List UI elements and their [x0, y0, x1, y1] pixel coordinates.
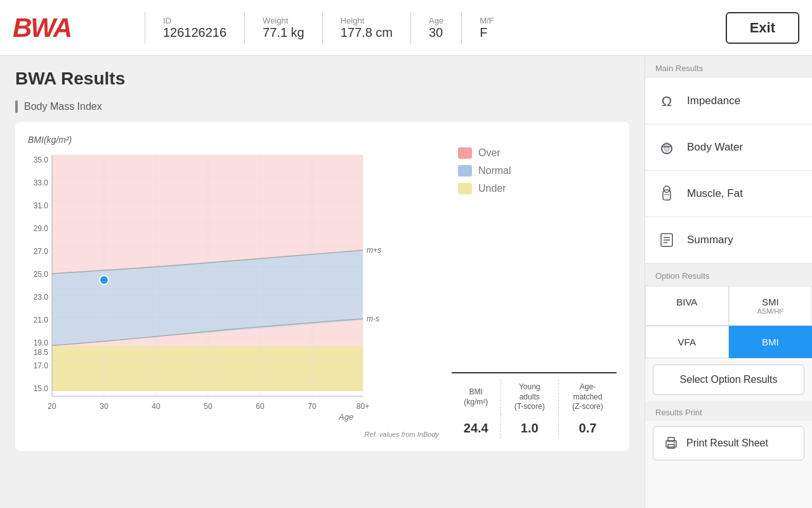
results-table: BMI(kg/m²) Youngadults(T-score) Age-matc… [452, 380, 617, 438]
exit-button[interactable]: Exit [726, 12, 799, 44]
chart-y-label: BMI(kg/m²) [28, 135, 439, 145]
legend-under-color [458, 183, 472, 194]
option-btn-biva[interactable]: BIVA [645, 286, 729, 326]
svg-text:31.0: 31.0 [34, 201, 49, 210]
svg-text:70: 70 [308, 402, 317, 411]
weight-label: Weight [263, 16, 304, 25]
section-bar [15, 100, 18, 113]
col-young-header: Youngadults(T-score) [501, 380, 558, 415]
legend-over: Over [458, 147, 610, 159]
page-title: BWA Results [15, 69, 629, 89]
legend-area: Over Normal Under [452, 135, 617, 207]
header-divider-1 [145, 12, 145, 44]
muscle-fat-icon [655, 182, 678, 205]
option-buttons-grid: BIVA SMIASM/Ht² VFA BMI [645, 286, 812, 358]
height-value: 177.8 cm [341, 25, 393, 40]
select-option-results-button[interactable]: Select Option Results [653, 364, 804, 395]
height-label: Height [341, 16, 393, 25]
weight-field: Weight 77.1 kg [263, 16, 304, 40]
col-bmi-header: BMI(kg/m²) [452, 380, 501, 415]
header-divider-5 [461, 12, 462, 44]
results-print-label: Results Print [645, 401, 812, 421]
tscore-value: 1.0 [501, 415, 558, 438]
sidebar-item-summary[interactable]: Summary [645, 217, 812, 264]
weight-value: 77.1 kg [263, 25, 304, 40]
legend-under-label: Under [478, 183, 506, 194]
svg-text:29.0: 29.0 [34, 224, 49, 233]
bmi-value: 24.4 [452, 415, 501, 438]
print-result-sheet-button[interactable]: Print Result Sheet [653, 426, 804, 460]
sidebar-item-impedance[interactable]: Ω Impedance [645, 78, 812, 124]
svg-text:m-s: m-s [367, 314, 379, 323]
ref-text: Ref. values from InBody [28, 431, 439, 438]
option-btn-smi[interactable]: SMIASM/Ht² [729, 286, 813, 326]
age-value: 30 [429, 25, 443, 40]
mf-value: F [480, 25, 494, 40]
header-divider-4 [410, 12, 411, 44]
bmi-chart-area: BMI(kg/m²) 35.0 33.0 31.0 29.0 27.0 25.0… [28, 135, 439, 438]
zscore-value: 0.7 [558, 415, 617, 438]
main-layout: BWA Results Body Mass Index BMI(kg/m²) 3… [0, 56, 812, 508]
print-label: Print Result Sheet [686, 438, 768, 449]
option-results-label: Option Results [645, 264, 812, 286]
svg-text:30: 30 [100, 402, 108, 411]
data-table-area: BMI(kg/m²) Youngadults(T-score) Age-matc… [452, 372, 617, 438]
svg-text:50: 50 [204, 402, 213, 411]
logo-area: BWA [13, 13, 127, 43]
legend-normal-color [458, 165, 472, 177]
svg-text:60: 60 [256, 402, 265, 411]
legend-over-color [458, 147, 472, 159]
bwa-logo: BWA [13, 13, 71, 43]
option-btn-vfa[interactable]: VFA [645, 326, 729, 358]
sidebar-body-water-label: Body Water [687, 141, 743, 154]
svg-text:23.0: 23.0 [34, 293, 49, 302]
section-header: Body Mass Index [15, 100, 629, 113]
mf-field: M/F F [480, 16, 494, 40]
table-row: 24.4 1.0 0.7 [452, 415, 617, 438]
chart-card: BMI(kg/m²) 35.0 33.0 31.0 29.0 27.0 25.0… [15, 122, 629, 451]
option-btn-bmi[interactable]: BMI [729, 326, 813, 358]
data-panel: Over Normal Under BMI [452, 135, 617, 438]
svg-rect-15 [52, 351, 363, 391]
svg-text:21.0: 21.0 [34, 316, 49, 324]
svg-text:15.0: 15.0 [34, 384, 49, 393]
svg-text:17.0: 17.0 [34, 361, 49, 370]
section-title: Body Mass Index [24, 101, 102, 112]
svg-text:m+s: m+s [367, 246, 381, 255]
body-water-icon [655, 136, 678, 159]
main-results-label: Main Results [645, 56, 812, 78]
omega-icon: Ω [655, 90, 678, 112]
svg-point-36 [100, 276, 108, 284]
col-age-header: Age-matched(Z-score) [558, 380, 617, 415]
svg-text:25.0: 25.0 [34, 270, 49, 279]
svg-text:19.0: 19.0 [34, 338, 49, 347]
bmi-chart-svg: 35.0 33.0 31.0 29.0 27.0 25.0 23.0 21.0 … [28, 150, 390, 423]
header: BWA ID 126126216 Weight 77.1 kg Height 1… [0, 0, 812, 56]
svg-text:Ω: Ω [662, 93, 672, 109]
svg-text:80+: 80+ [357, 402, 369, 411]
legend-over-label: Over [478, 147, 501, 159]
svg-rect-55 [668, 444, 674, 448]
printer-icon [664, 436, 679, 451]
sidebar-item-muscle-fat[interactable]: Muscle, Fat [645, 171, 812, 217]
sidebar: Main Results Ω Impedance Body Water [645, 56, 812, 508]
svg-point-49 [664, 186, 670, 192]
header-divider-2 [244, 12, 245, 44]
id-value: 126126216 [163, 25, 226, 40]
legend-normal: Normal [458, 165, 610, 177]
sidebar-impedance-label: Impedance [687, 95, 740, 107]
id-field: ID 126126216 [163, 16, 226, 40]
svg-text:35.0: 35.0 [34, 156, 49, 164]
legend-under: Under [458, 183, 610, 194]
svg-text:27.0: 27.0 [34, 247, 49, 256]
sidebar-muscle-fat-label: Muscle, Fat [687, 187, 743, 200]
content-area: BWA Results Body Mass Index BMI(kg/m²) 3… [0, 56, 645, 508]
sidebar-summary-label: Summary [687, 234, 733, 246]
sidebar-item-body-water[interactable]: Body Water [645, 124, 812, 171]
svg-text:40: 40 [152, 402, 160, 411]
id-label: ID [163, 16, 226, 25]
svg-text:Age: Age [338, 412, 353, 422]
header-divider-3 [322, 12, 323, 44]
legend-normal-label: Normal [478, 165, 511, 177]
svg-point-57 [674, 443, 675, 444]
